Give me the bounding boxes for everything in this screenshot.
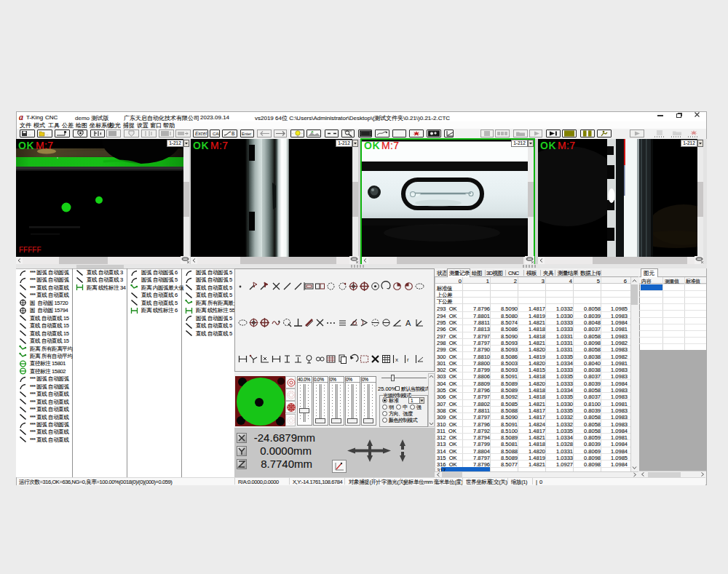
svg-text:A: A [405, 319, 411, 327]
svg-text:CAD: CAD [213, 132, 219, 136]
svg-text:-: - [301, 131, 303, 135]
svg-text:x: x [395, 356, 398, 363]
svg-text:-: - [292, 131, 293, 135]
svg-text:r: r [407, 356, 409, 363]
svg-text:..: .. [46, 132, 49, 136]
svg-text:Enter: Enter [242, 132, 251, 136]
svg-text:B: B [232, 131, 234, 136]
svg-text:..: .. [28, 132, 31, 136]
svg-text:FFFFF: FFFFF [19, 246, 41, 254]
svg-text:Excel: Excel [195, 131, 207, 136]
